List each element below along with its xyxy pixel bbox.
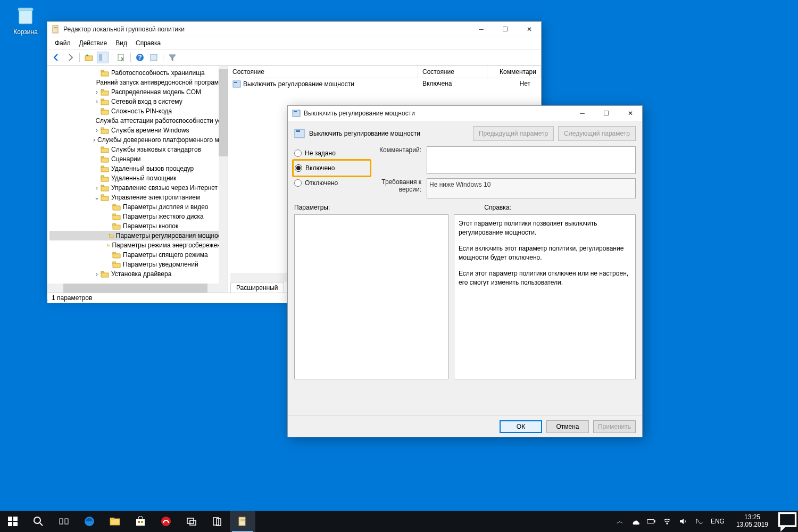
tree-item[interactable]: Удаленный помощник (49, 173, 228, 183)
wifi-icon[interactable] (663, 517, 671, 526)
expander-icon[interactable]: › (93, 136, 95, 144)
start-button[interactable] (0, 511, 26, 532)
tree-item[interactable]: Службы языковых стандартов (49, 145, 228, 154)
expander-icon[interactable]: › (93, 270, 101, 278)
dialog-titlebar[interactable]: Выключить регулирование мощности ─ ☐ ✕ (288, 106, 642, 121)
list-row[interactable]: Выключить регулирование мощности Включен… (228, 78, 541, 90)
show-hide-tree-button[interactable] (97, 52, 109, 63)
svg-text:?: ? (138, 54, 142, 61)
expander-icon[interactable]: › (93, 184, 101, 192)
col-state[interactable]: Состояние (418, 66, 487, 78)
system-tray: ︿ ENG 13:25 13.05.2019 (617, 514, 777, 529)
tree-item[interactable]: Сценарии (49, 154, 228, 164)
tree-item[interactable]: ›Установка драйвера (49, 269, 228, 279)
radio-disabled[interactable]: Отключено (294, 176, 363, 190)
tree-item[interactable]: Сложность PIN-кода (49, 106, 228, 116)
tree-item[interactable]: ›Управление связью через Интернет (49, 183, 228, 193)
comment-textarea[interactable] (427, 146, 636, 174)
tree-item[interactable]: Параметры кнопок (49, 221, 228, 231)
dlg-minimize-button[interactable]: ─ (570, 106, 594, 121)
properties-button[interactable] (148, 52, 160, 63)
filter-button[interactable] (167, 52, 178, 63)
list-header[interactable]: Состояние Состояние Комментари (228, 66, 541, 78)
battery-icon[interactable] (647, 517, 655, 526)
tab-extended[interactable]: Расширенный (230, 282, 284, 293)
expander-icon[interactable]: › (93, 98, 101, 105)
taskbar-app-1[interactable] (179, 511, 204, 532)
clock[interactable]: 13:25 13.05.2019 (732, 514, 772, 529)
tree-vscrollbar[interactable] (219, 66, 228, 284)
radio-not-configured[interactable]: Не задано (294, 146, 363, 160)
onedrive-icon[interactable] (631, 517, 639, 526)
svg-rect-21 (101, 156, 104, 158)
svg-rect-28 (113, 223, 115, 225)
tree-item[interactable]: ›Служба времени Windows (49, 126, 228, 135)
dlg-close-button[interactable]: ✕ (618, 106, 642, 121)
tree-item[interactable]: ›Сетевой вход в систему (49, 97, 228, 106)
store-icon[interactable] (128, 511, 153, 532)
language-indicator[interactable]: ENG (711, 518, 725, 525)
tree-pane[interactable]: Работоспособность хранилищаРанний запуск… (47, 66, 228, 293)
volume-icon[interactable] (679, 517, 687, 526)
tree-item[interactable]: Параметры режима энергосбережения (49, 240, 228, 250)
action-center-button[interactable] (777, 511, 798, 532)
tree-hscrollbar[interactable] (47, 284, 228, 293)
tree-item[interactable]: Параметры уведомлений (49, 260, 228, 269)
svg-rect-59 (239, 517, 245, 526)
adobe-cc-icon[interactable] (153, 511, 179, 532)
keyboard-layout-icon[interactable] (695, 517, 703, 526)
minimize-button[interactable]: ─ (469, 22, 493, 37)
dlg-maximize-button[interactable]: ☐ (594, 106, 618, 121)
tree-item[interactable]: Служба аттестации работоспособности устр (49, 116, 228, 126)
maximize-button[interactable]: ☐ (493, 22, 517, 37)
menu-file[interactable]: Файл (52, 38, 74, 48)
svg-rect-51 (136, 519, 145, 526)
explorer-icon[interactable] (102, 511, 128, 532)
recycle-bin[interactable]: Корзина (10, 4, 41, 36)
expander-icon[interactable]: ⌄ (93, 194, 101, 201)
tree-item[interactable]: ⌄Управление электропитанием (49, 193, 228, 202)
svg-rect-24 (101, 185, 104, 187)
tree-item[interactable]: Ранний запуск антивредоносной программы (49, 78, 228, 87)
svg-rect-42 (8, 522, 12, 526)
expander-icon[interactable]: › (93, 127, 101, 134)
task-view-button[interactable] (51, 511, 77, 532)
prev-setting-button[interactable]: Предыдущий параметр (473, 126, 554, 141)
tree-item[interactable]: ›Службы доверенного платформенного моду (49, 135, 228, 145)
help-button[interactable]: ? (134, 52, 146, 63)
taskbar-app-2[interactable] (204, 511, 230, 532)
recycle-bin-label: Корзина (10, 28, 41, 36)
tree-item[interactable]: Параметры дисплея и видео (49, 202, 228, 212)
taskbar-gpedit[interactable] (230, 511, 255, 532)
edge-icon[interactable] (77, 511, 102, 532)
tree-item[interactable]: Удаленный вызов процедур (49, 164, 228, 173)
up-button[interactable] (83, 52, 95, 63)
tree-item[interactable]: Параметры спящего режима (49, 250, 228, 260)
svg-rect-15 (101, 99, 104, 101)
dialog-footer: ОК Отмена Применить (288, 415, 642, 437)
search-button[interactable] (26, 511, 51, 532)
ok-button[interactable]: ОК (500, 420, 542, 433)
col-comment[interactable]: Комментари (487, 66, 541, 78)
forward-button[interactable] (64, 52, 76, 63)
gpedit-titlebar[interactable]: Редактор локальной групповой политики ─ … (47, 22, 541, 37)
apply-button[interactable]: Применить (593, 420, 636, 433)
cancel-button[interactable]: Отмена (546, 420, 589, 433)
menu-view[interactable]: Вид (112, 38, 130, 48)
menu-help[interactable]: Справка (132, 38, 164, 48)
tray-expand-icon[interactable]: ︿ (617, 517, 624, 526)
menu-action[interactable]: Действие (76, 38, 111, 48)
radio-enabled[interactable]: Включено (295, 161, 335, 175)
export-button[interactable] (115, 52, 127, 63)
svg-rect-1 (18, 8, 33, 11)
tree-item[interactable]: Параметры жесткого диска (49, 212, 228, 221)
back-button[interactable] (51, 52, 62, 63)
close-button[interactable]: ✕ (517, 22, 541, 37)
tree-item[interactable]: Параметры регулирования мощности (49, 231, 228, 240)
tree-item[interactable]: Работоспособность хранилища (49, 68, 228, 78)
expander-icon[interactable]: › (93, 88, 101, 96)
tree-item[interactable]: ›Распределенная модель COM (49, 87, 228, 97)
next-setting-button[interactable]: Следующий параметр (558, 126, 636, 141)
help-box[interactable]: Этот параметр политики позволяет выключи… (454, 214, 636, 379)
col-name[interactable]: Состояние (228, 66, 418, 78)
